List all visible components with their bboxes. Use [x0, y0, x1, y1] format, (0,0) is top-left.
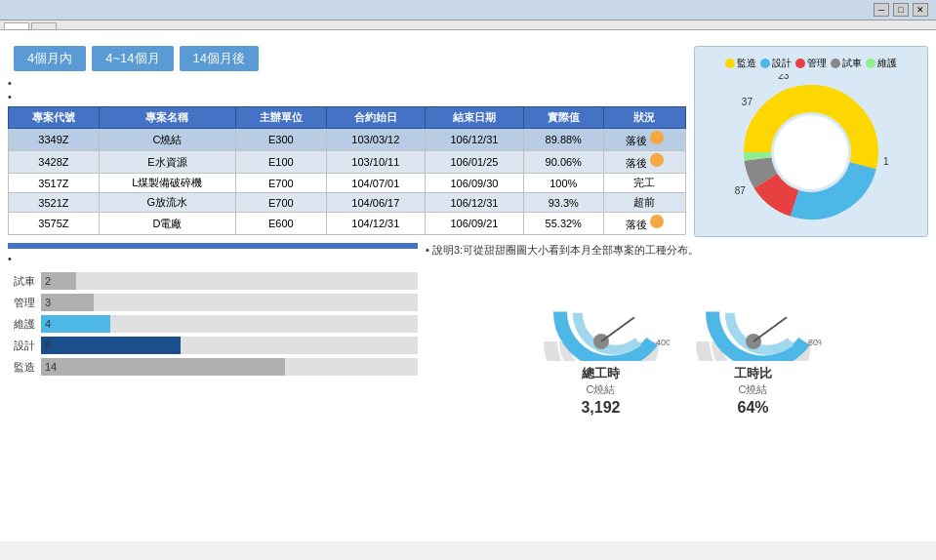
gauge-box-gauge1: 400總工時C燒結3,192: [533, 263, 670, 417]
svg-line-16: [753, 317, 787, 341]
legend-item: 試車: [831, 57, 862, 70]
bar-note: [8, 253, 418, 264]
svg-text:87: 87: [735, 185, 747, 196]
note1: [8, 77, 686, 89]
legend-item: 設計: [760, 57, 792, 70]
donut-chart: 1838737238: [733, 74, 889, 230]
bar-row[interactable]: 設計 8: [8, 337, 418, 354]
status-circle: [650, 215, 664, 228]
table-row[interactable]: 3428ZE水資源E100103/10/11106/01/2590.06%落後: [9, 151, 686, 174]
tab-bar: [0, 20, 936, 30]
bar-row[interactable]: 維護 4: [8, 315, 418, 333]
note2: [8, 91, 686, 102]
gauge-title: 總工時: [582, 365, 620, 382]
svg-text:80%: 80%: [808, 338, 822, 347]
bar-row[interactable]: 管理 3: [8, 294, 418, 311]
legend-item: 監造: [725, 57, 756, 70]
bar-chart-title: [8, 243, 418, 249]
gauge-value: 3,192: [581, 399, 620, 417]
svg-point-6: [774, 115, 848, 189]
gauge-subtitle: C燒結: [587, 382, 616, 397]
bar-row[interactable]: 試車 2: [8, 272, 418, 290]
deadline-btn-14months[interactable]: 14個月後: [180, 46, 259, 71]
status-circle: [650, 153, 664, 167]
table-row[interactable]: 3349ZC燒結E300103/03/12106/12/3189.88%落後: [9, 129, 686, 151]
legend-item: 維護: [866, 57, 897, 70]
close-btn[interactable]: ✕: [913, 3, 928, 17]
bar-row[interactable]: 監造 14: [8, 358, 418, 376]
svg-line-13: [601, 317, 634, 341]
table-row[interactable]: 3575ZD電廠E600104/12/31106/09/2155.32%落後: [9, 213, 686, 235]
gauge-value: 64%: [737, 399, 768, 417]
gauge-subtitle: C燒結: [739, 382, 768, 397]
note-right-wrapper: • 說明3:可從甜甜圈圖大小看到本月全部專案的工種分布。: [426, 243, 928, 258]
minimize-btn[interactable]: ─: [874, 3, 889, 17]
table-row[interactable]: 3521ZG放流水E700104/06/17106/12/3193.3%超前: [9, 193, 686, 213]
deadline-btn-4-14months[interactable]: 4~14個月: [92, 46, 173, 71]
project-table: 專案代號專案名稱主辦單位合約始日結束日期實際值狀況 3349ZC燒結E30010…: [8, 106, 686, 235]
tab-screen[interactable]: [4, 22, 29, 29]
gauge-box-gauge2: 80%工時比C燒結64%: [685, 263, 822, 417]
gauge-title: 工時比: [734, 365, 772, 382]
svg-text:23: 23: [778, 74, 790, 81]
svg-text:400: 400: [656, 338, 670, 347]
svg-text:37: 37: [742, 97, 753, 107]
legend-item: 管理: [795, 57, 827, 70]
svg-text:8: 8: [803, 74, 809, 76]
status-circle: [650, 131, 664, 144]
maximize-btn[interactable]: □: [893, 3, 909, 17]
tab-help[interactable]: [31, 22, 57, 29]
deadline-btn-4months[interactable]: 4個月內: [14, 46, 86, 71]
table-row[interactable]: 3517ZL煤製備破碎機E700104/07/01106/09/30100%完工: [9, 174, 686, 193]
title-bar: ─ □ ✕: [0, 0, 936, 20]
svg-text:183: 183: [883, 156, 889, 167]
